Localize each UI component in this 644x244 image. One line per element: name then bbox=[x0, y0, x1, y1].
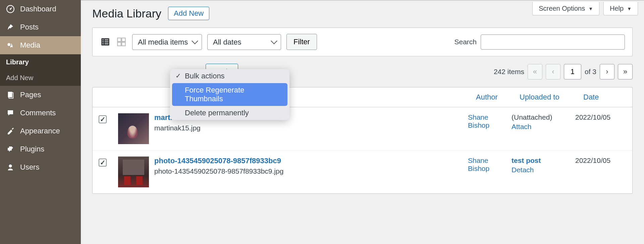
file-cell: photo-1435459025078-9857f8933bc9 photo-1… bbox=[154, 157, 468, 175]
grid-view-button[interactable] bbox=[116, 37, 127, 47]
sidebar-label: Posts bbox=[20, 23, 39, 32]
plugins-icon bbox=[6, 145, 15, 154]
uploaded-cell: (Unattached) Attach bbox=[512, 113, 575, 131]
dropdown-item-bulk[interactable]: Bulk actions bbox=[170, 69, 289, 83]
thumbnail[interactable] bbox=[118, 113, 149, 144]
sidebar-label: Appearance bbox=[20, 127, 60, 135]
author-cell[interactable]: Shane Bishop bbox=[468, 113, 512, 129]
svg-rect-16 bbox=[122, 42, 125, 46]
svg-rect-11 bbox=[102, 44, 104, 44]
sidebar-label: Dashboard bbox=[20, 5, 56, 13]
table-body: martinak15 martinak15.jpg Shane Bishop (… bbox=[93, 107, 632, 193]
sidebar-label: Media bbox=[20, 41, 40, 50]
search-input[interactable] bbox=[481, 35, 625, 50]
sidebar-item-comments[interactable]: Comments bbox=[0, 104, 81, 122]
list-view-button[interactable] bbox=[100, 37, 111, 47]
screen-options-button[interactable]: Screen Options▼ bbox=[532, 2, 599, 15]
actions-row: Apply 242 items « ‹ of 3 › » bbox=[81, 56, 644, 87]
uploaded-cell: test post Detach bbox=[512, 157, 575, 174]
page-title: Media Library bbox=[92, 7, 161, 20]
sidebar-submenu: Library Add New bbox=[0, 54, 81, 86]
svg-rect-14 bbox=[122, 38, 125, 42]
sidebar-item-appearance[interactable]: Appearance bbox=[0, 122, 81, 140]
row-checkbox[interactable] bbox=[99, 115, 107, 123]
attach-link[interactable]: Attach bbox=[512, 123, 575, 131]
next-page-button[interactable]: › bbox=[600, 64, 614, 79]
pagination: 242 items « ‹ of 3 › » bbox=[494, 64, 633, 79]
author-cell[interactable]: Shane Bishop bbox=[468, 157, 512, 173]
th-uploaded[interactable]: Uploaded to bbox=[516, 87, 579, 107]
dropdown-item-regenerate[interactable]: Force Regenerate Thumbnails bbox=[172, 83, 287, 106]
thumbnail[interactable] bbox=[118, 157, 149, 187]
detach-link[interactable]: Detach bbox=[512, 166, 575, 174]
svg-rect-10 bbox=[105, 42, 109, 42]
media-icon bbox=[6, 41, 15, 50]
bulk-actions-dropdown: Bulk actions Force Regenerate Thumbnails… bbox=[170, 69, 289, 120]
admin-sidebar: Dashboard Posts Media Library Add New Pa… bbox=[0, 0, 81, 244]
svg-point-5 bbox=[9, 165, 12, 168]
uploaded-text: (Unattached) bbox=[512, 113, 552, 121]
add-new-button[interactable]: Add New bbox=[168, 7, 209, 20]
dashboard-icon bbox=[6, 5, 15, 13]
svg-rect-15 bbox=[117, 42, 121, 46]
sidebar-item-posts[interactable]: Posts bbox=[0, 18, 81, 36]
page-number-input[interactable] bbox=[564, 64, 581, 79]
sidebar-item-plugins[interactable]: Plugins bbox=[0, 140, 81, 158]
sidebar-label: Users bbox=[20, 163, 39, 172]
last-page-button[interactable]: » bbox=[618, 64, 633, 79]
page-of-text: of 3 bbox=[585, 68, 596, 76]
sidebar-item-dashboard[interactable]: Dashboard bbox=[0, 0, 81, 18]
svg-point-1 bbox=[10, 8, 11, 10]
sidebar-label: Pages bbox=[20, 90, 41, 99]
chevron-down-icon: ▼ bbox=[627, 6, 632, 11]
main-content: Screen Options▼ Help▼ Media Library Add … bbox=[81, 0, 644, 244]
svg-rect-7 bbox=[102, 40, 104, 40]
svg-point-2 bbox=[7, 43, 10, 46]
sidebar-sub-addnew[interactable]: Add New bbox=[0, 70, 81, 86]
prev-page-button[interactable]: ‹ bbox=[546, 64, 560, 79]
sidebar-item-media[interactable]: Media bbox=[0, 36, 81, 54]
search-wrap: Search bbox=[454, 35, 625, 50]
search-label: Search bbox=[454, 38, 477, 46]
sidebar-item-pages[interactable]: Pages bbox=[0, 86, 81, 104]
sidebar-item-users[interactable]: Users bbox=[0, 158, 81, 176]
comments-icon bbox=[6, 109, 15, 117]
svg-rect-9 bbox=[102, 42, 104, 42]
file-name: martinak15.jpg bbox=[154, 124, 468, 132]
sidebar-label: Comments bbox=[20, 109, 56, 117]
row-checkbox[interactable] bbox=[99, 159, 107, 167]
svg-rect-13 bbox=[117, 38, 121, 42]
table-row: photo-1435459025078-9857f8933bc9 photo-1… bbox=[93, 150, 632, 193]
filter-button[interactable]: Filter bbox=[286, 34, 317, 50]
svg-rect-8 bbox=[105, 40, 109, 40]
first-page-button[interactable]: « bbox=[528, 64, 542, 79]
sidebar-label: Plugins bbox=[20, 145, 44, 154]
sidebar-sub-library[interactable]: Library bbox=[0, 54, 81, 70]
file-title[interactable]: photo-1435459025078-9857f8933bc9 bbox=[154, 157, 468, 165]
chevron-down-icon: ▼ bbox=[588, 6, 593, 11]
pages-icon bbox=[6, 90, 15, 99]
appearance-icon bbox=[6, 127, 15, 135]
pin-icon bbox=[6, 23, 15, 32]
filter-bar: All media items All dates Filter Search bbox=[92, 27, 633, 56]
media-type-select[interactable]: All media items bbox=[132, 34, 202, 50]
top-buttons: Screen Options▼ Help▼ bbox=[532, 2, 638, 15]
date-cell: 2022/10/05 bbox=[575, 113, 628, 121]
svg-rect-12 bbox=[105, 44, 109, 44]
dropdown-item-delete[interactable]: Delete permanently bbox=[170, 106, 289, 120]
file-name: photo-1435459025078-9857f8933bc9.jpg bbox=[154, 167, 468, 175]
th-author[interactable]: Author bbox=[472, 87, 516, 107]
uploaded-link[interactable]: test post bbox=[512, 157, 541, 164]
date-cell: 2022/10/05 bbox=[575, 157, 628, 165]
th-date[interactable]: Date bbox=[579, 87, 632, 107]
users-icon bbox=[6, 163, 15, 172]
items-count: 242 items bbox=[494, 68, 524, 76]
help-button[interactable]: Help▼ bbox=[603, 2, 638, 15]
dates-select[interactable]: All dates bbox=[207, 34, 281, 50]
